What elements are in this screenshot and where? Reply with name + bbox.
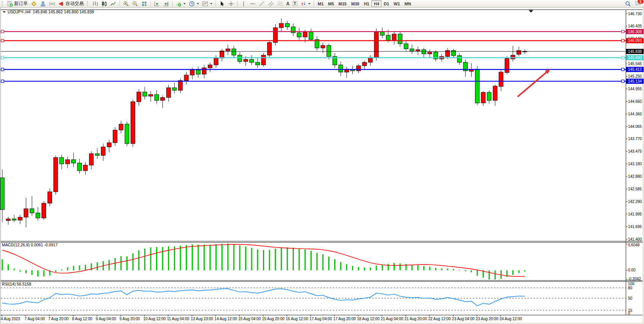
svg-text:145.250: 145.250	[628, 74, 642, 78]
tile-windows-icon	[141, 1, 147, 7]
text-label-tool-button[interactable]: T	[291, 0, 299, 7]
bar-chart-button[interactable]	[91, 0, 100, 7]
svg-text:146.435: 146.435	[628, 24, 642, 28]
auto-trading-button[interactable]: 自动交易	[57, 0, 85, 7]
signals-icon	[49, 1, 55, 7]
templates-button[interactable]	[201, 0, 214, 7]
tile-windows-button[interactable]	[140, 0, 149, 7]
svg-text:145.838: 145.838	[628, 49, 642, 54]
indicators-dropdown-arrow[interactable]	[183, 3, 186, 5]
indicators-button[interactable]	[174, 0, 187, 7]
chart-canvas[interactable]: 146.730146.435146.140145.845145.545145.2…	[0, 8, 644, 324]
svg-text:144.955: 144.955	[628, 87, 642, 91]
svg-text:142.585: 142.585	[628, 187, 642, 191]
svg-text:144.065: 144.065	[628, 124, 642, 129]
svg-text:141.695: 141.695	[628, 225, 642, 229]
line-handle[interactable]	[622, 68, 624, 71]
periods-button[interactable]	[187, 0, 201, 7]
timeframe-h4[interactable]: H4	[371, 0, 381, 7]
auto-scroll-button[interactable]	[152, 0, 161, 7]
arrows-icon	[300, 1, 306, 7]
timeframe-w1[interactable]: W1	[391, 0, 402, 7]
svg-text:15 Aug 04:00: 15 Aug 04:00	[238, 317, 261, 321]
line-handle[interactable]	[1, 56, 4, 59]
horizontal-line-tool-button[interactable]	[248, 0, 257, 7]
line-handle[interactable]	[1, 68, 4, 71]
toolbar-grip[interactable]	[87, 1, 89, 6]
search-button[interactable]	[623, 0, 633, 7]
zoom-in-icon	[123, 1, 129, 7]
new-order-label: 新订单	[14, 0, 28, 7]
svg-text:142.880: 142.880	[628, 174, 642, 179]
svg-text:145.545: 145.545	[628, 62, 642, 66]
svg-text:0.00: 0.00	[628, 268, 636, 272]
svg-text:142.290: 142.290	[628, 200, 642, 204]
periods-dropdown-arrow[interactable]	[197, 3, 199, 5]
svg-text:144.660: 144.660	[628, 99, 642, 104]
notifications-button[interactable]: 1	[635, 0, 642, 8]
templates-dropdown-arrow[interactable]	[210, 3, 212, 5]
timeframe-mn[interactable]: MN	[402, 0, 413, 7]
svg-text:50: 50	[628, 296, 633, 300]
gold-icon	[31, 1, 37, 7]
auto-scroll-icon	[154, 1, 160, 7]
timeframe-m1[interactable]: M1	[316, 0, 326, 7]
indicators-icon	[175, 1, 182, 7]
line-handle[interactable]	[622, 56, 624, 59]
trendline-tool-button[interactable]	[257, 0, 266, 7]
arrows-dropdown-arrow[interactable]	[308, 3, 311, 5]
line-handle[interactable]	[622, 39, 624, 42]
toolbar: 新订单 自动交易	[0, 0, 644, 8]
chart-shift-icon	[163, 1, 169, 7]
text-tool-button[interactable]: A	[285, 0, 291, 7]
svg-text:9 Aug 04:00: 9 Aug 04:00	[96, 317, 116, 321]
line-handle[interactable]	[622, 80, 624, 83]
zoom-out-icon	[132, 1, 138, 7]
svg-text:13 Aug 23:00: 13 Aug 23:00	[191, 317, 213, 321]
svg-text:8 Aug 12:00: 8 Aug 12:00	[72, 317, 92, 321]
timeframe-m5[interactable]: M5	[326, 0, 336, 7]
vertical-line-tool-button[interactable]	[239, 0, 248, 7]
line-handle[interactable]	[1, 80, 4, 83]
clock-icon	[189, 1, 195, 7]
chart-title: USDJPY-,H4 145.846 145.862 145.800 145.8…	[8, 10, 94, 14]
svg-text:10 Aug 12:00: 10 Aug 12:00	[143, 317, 166, 321]
megaphone-icon	[58, 1, 64, 7]
svg-text:80: 80	[628, 286, 633, 290]
cursor-tool-button[interactable]	[217, 0, 226, 7]
zoom-out-button[interactable]	[131, 0, 140, 7]
line-handle[interactable]	[622, 30, 624, 33]
template-icon	[202, 1, 208, 7]
timeframe-m30[interactable]: M30	[349, 0, 362, 7]
timeframe-m15[interactable]: M15	[336, 0, 349, 7]
macd-label: MACD(12,26,9) 0.0061 -0.0917	[2, 243, 58, 247]
zoom-in-button[interactable]	[121, 0, 131, 7]
candlestick-chart-button[interactable]	[100, 0, 109, 7]
gold-button[interactable]	[29, 0, 38, 7]
svg-text:15 Aug 20:00: 15 Aug 20:00	[262, 317, 284, 321]
line-chart-button[interactable]	[109, 0, 118, 7]
arrows-tool-button[interactable]	[299, 0, 312, 7]
trendline-icon	[259, 1, 265, 7]
text-label-tool-icon: T	[293, 1, 297, 6]
svg-text:141.400: 141.400	[628, 237, 642, 241]
svg-text:17 Aug 20:00: 17 Aug 20:00	[333, 317, 356, 321]
equidistant-channel-icon	[268, 1, 274, 7]
timeframe-d1[interactable]: D1	[381, 0, 391, 7]
signals-button[interactable]	[48, 0, 57, 7]
cursor-icon	[219, 1, 225, 7]
timeframe-h1[interactable]: H1	[362, 0, 371, 7]
svg-text:0.6048: 0.6048	[628, 243, 640, 247]
new-order-button[interactable]: 新订单	[5, 0, 29, 7]
channel-tool-button[interactable]	[266, 0, 276, 7]
rsi-label: RSI(14) 56.5158	[2, 282, 31, 286]
line-handle[interactable]	[1, 30, 4, 33]
line-handle[interactable]	[1, 39, 4, 42]
chart-shift-button[interactable]	[161, 0, 171, 7]
fibonacci-tool-button[interactable]	[276, 0, 285, 7]
community-button[interactable]	[38, 0, 48, 7]
svg-text:-0.2042: -0.2042	[628, 277, 641, 281]
svg-text:21 Aug 20:00: 21 Aug 20:00	[405, 317, 427, 321]
toolbar-grip[interactable]	[2, 1, 4, 6]
crosshair-tool-button[interactable]	[226, 0, 236, 7]
